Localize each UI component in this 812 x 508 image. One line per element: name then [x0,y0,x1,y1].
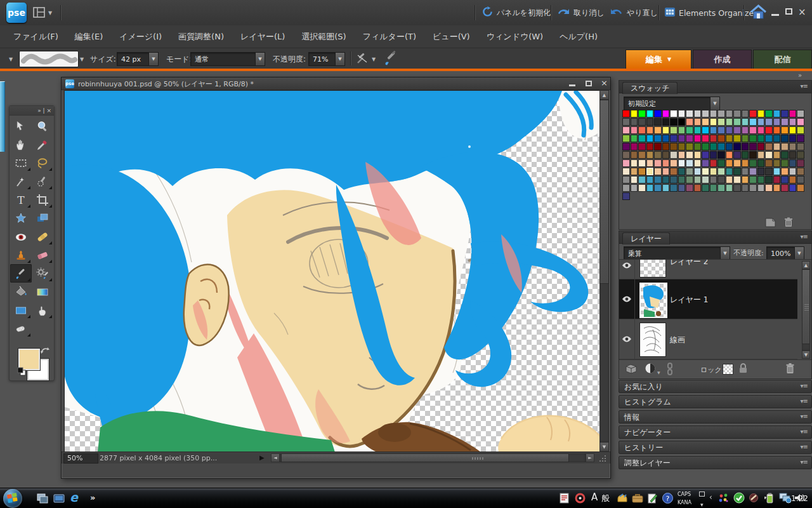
swatch[interactable] [765,176,773,184]
swatch[interactable] [646,159,654,167]
menu-select[interactable]: 選択範囲(S) [293,25,354,48]
swatch[interactable] [694,135,702,142]
home-icon[interactable] [750,4,767,23]
swatch[interactable] [678,151,686,159]
swatch[interactable] [733,126,741,134]
swatch[interactable] [631,159,638,167]
swatch[interactable] [733,159,741,167]
swatch[interactable] [694,118,702,126]
swatch[interactable] [678,159,686,167]
swatches-preset-dropdown[interactable]: 初期設定 ▼ [624,97,720,110]
ime-alpha-indicator[interactable]: A [591,491,598,503]
swatch[interactable] [638,126,646,134]
swatch[interactable] [781,151,789,159]
smart-brush-tool[interactable] [32,264,53,283]
cookie-cutter-tool[interactable] [10,209,32,227]
brush-stroke-preview[interactable] [19,51,79,67]
swatch[interactable] [631,151,638,159]
document-minimize-button[interactable] [569,84,575,86]
layer-row-selected[interactable]: レイヤー 1 [619,279,797,319]
app-close-button[interactable]: × [798,6,806,18]
swatch[interactable] [631,176,638,184]
size-dropdown[interactable]: 42 px ▼ [117,52,159,66]
swatch[interactable] [726,159,733,167]
swatch[interactable] [757,118,765,126]
swatch[interactable] [717,135,725,142]
panel-bar-history[interactable]: ヒストリー▾≡ [619,441,812,454]
swatch[interactable] [710,135,717,142]
swatch[interactable] [710,110,717,117]
layer-name[interactable]: 線画 [670,335,685,345]
link-layers-icon[interactable] [666,363,674,378]
swatch[interactable] [646,135,654,142]
network-icon[interactable] [779,492,792,506]
tablet-brush-icon[interactable] [383,50,398,69]
swatch[interactable] [742,126,749,134]
toolbox-close-icon[interactable]: × [46,107,51,114]
swatch[interactable] [638,184,646,192]
swatch[interactable] [702,159,709,167]
swatch[interactable] [797,135,804,142]
default-colors-icon[interactable] [17,366,26,378]
swatch[interactable] [622,118,630,126]
swatch[interactable] [726,110,733,117]
swatch[interactable] [797,110,804,117]
swatch[interactable] [797,143,804,150]
layout-dropdown-arrow[interactable]: ▼ [48,10,52,16]
swatch[interactable] [773,159,781,167]
toolbox-header[interactable]: » | × [10,106,54,116]
swatch[interactable] [638,110,646,117]
swatch[interactable] [631,110,638,117]
panel-bar-menu-icon[interactable]: ▾≡ [801,458,808,465]
swatch[interactable] [622,192,630,200]
swatch[interactable] [726,184,733,192]
swatch[interactable] [686,184,693,192]
swatch[interactable] [742,184,749,192]
swatch[interactable] [733,168,741,175]
app-restore-button[interactable] [785,8,792,15]
swatch[interactable] [678,126,686,134]
swatch[interactable] [646,126,654,134]
swatch[interactable] [646,118,654,126]
swatch[interactable] [710,151,717,159]
tray-tools-icon[interactable] [617,493,628,506]
tab-create[interactable]: 作成 [693,50,752,69]
swatch[interactable] [733,184,741,192]
mode-dropdown-arrow[interactable]: ▼ [255,53,265,65]
swatch[interactable] [678,143,686,150]
new-layer-icon[interactable] [625,364,637,377]
v-scroll-down-button[interactable]: ▼ [599,442,609,451]
swatch[interactable] [797,151,804,159]
tool-preset-arrow[interactable]: ▼ [9,57,13,62]
switch-windows-icon[interactable] [53,493,65,506]
swatches-preset-arrow[interactable]: ▼ [710,97,719,110]
swatch[interactable] [638,176,646,184]
adjustment-layer-arrow[interactable]: ▼ [657,370,660,375]
swatch[interactable] [686,135,693,142]
clock[interactable]: 1:22 [791,494,808,503]
lock-all-icon[interactable] [738,363,748,377]
battery-icon[interactable] [764,492,776,506]
quick-selection-tool[interactable] [32,172,53,190]
menu-edit[interactable]: 編集(E) [67,25,111,48]
swatch[interactable] [789,110,797,117]
layer-visibility-toggle[interactable] [619,260,635,279]
panel-bar-menu-icon[interactable]: ▾≡ [801,428,808,435]
smudge-tool[interactable] [32,301,53,319]
ime-general-indicator[interactable]: 般 [601,493,610,504]
panel-bar-info[interactable]: 情報▾≡ [619,410,812,424]
swatch[interactable] [622,184,630,192]
move-tool[interactable] [10,117,32,135]
swatch[interactable] [742,159,749,167]
swatch[interactable] [749,135,757,142]
swatch[interactable] [789,176,797,184]
swatch[interactable] [678,168,686,175]
swatch[interactable] [662,184,670,192]
swatch[interactable] [622,135,630,142]
brush-tool[interactable] [10,264,32,283]
swatch[interactable] [789,168,797,175]
layers-scroll-up-button[interactable]: ▲ [802,261,810,269]
swatch[interactable] [646,151,654,159]
opacity-dropdown-arrow[interactable]: ▼ [335,53,344,65]
swatch[interactable] [622,143,630,150]
